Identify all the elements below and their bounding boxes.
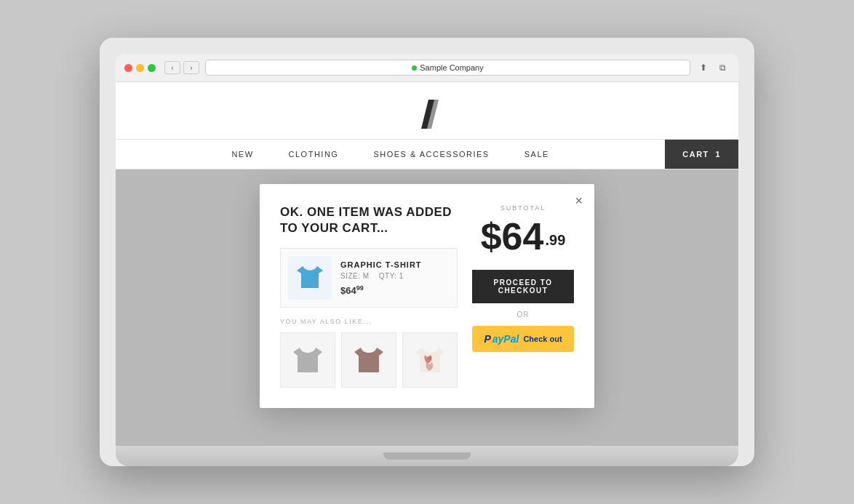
url-text: Sample Company xyxy=(420,63,483,72)
nav-item-new[interactable]: NEW xyxy=(214,140,271,169)
website-content: NEW CLOTHING SHOES & ACCESSORIES SALE CA… xyxy=(116,82,738,446)
also-like-item-2[interactable] xyxy=(341,332,396,388)
paypal-p-icon: P xyxy=(484,333,490,345)
cart-label: CART xyxy=(682,150,709,159)
tabs-button[interactable]: ⧉ xyxy=(715,60,730,75)
cart-item-tshirt-icon xyxy=(292,260,327,295)
cart-item-name: GRAPHIC T-SHIRT xyxy=(340,260,450,269)
ssl-indicator xyxy=(412,65,417,71)
subtotal-cents: .99 xyxy=(545,232,565,248)
browser-chrome: ‹ › Sample Company ⬆ ⧉ xyxy=(116,54,738,82)
also-like-item-3[interactable] xyxy=(402,332,458,388)
cart-item-size: SIZE: M xyxy=(340,272,370,280)
browser-actions: ⬆ ⧉ xyxy=(696,60,730,75)
site-navigation: NEW CLOTHING SHOES & ACCESSORIES SALE CA… xyxy=(116,139,738,169)
checkout-button[interactable]: PROCEED TO CHECKOUT xyxy=(472,270,574,303)
laptop-base xyxy=(116,446,738,466)
paypal-logo: PayPal xyxy=(484,333,519,345)
fullscreen-traffic-light[interactable] xyxy=(148,64,156,72)
paypal-checkout-label: Check out xyxy=(523,335,562,343)
cart-item-meta: SIZE: M QTY: 1 xyxy=(340,272,450,280)
modal-close-button[interactable]: × xyxy=(575,194,583,207)
cart-item-qty: QTY: 1 xyxy=(379,272,404,280)
also-like-tshirt-1-icon xyxy=(288,340,327,380)
nav-item-shoes[interactable]: SHOES & ACCESSORIES xyxy=(356,140,506,169)
nav-item-sale[interactable]: SALE xyxy=(507,140,567,169)
subtotal-dollars: $64 xyxy=(481,215,544,257)
laptop-screen: ‹ › Sample Company ⬆ ⧉ xyxy=(116,54,738,446)
modal-left-section: OK. ONE ITEM WAS ADDED TO YOUR CART... xyxy=(280,204,458,388)
nav-item-clothing[interactable]: CLOTHING xyxy=(271,140,356,169)
cart-item: GRAPHIC T-SHIRT SIZE: M QTY: 1 $6499 xyxy=(280,248,458,308)
page-background: × OK. ONE ITEM WAS ADDED TO YOUR CART... xyxy=(116,169,738,446)
modal-title: OK. ONE ITEM WAS ADDED TO YOUR CART... xyxy=(280,204,458,236)
cart-item-image xyxy=(288,256,332,300)
modal-overlay: × OK. ONE ITEM WAS ADDED TO YOUR CART... xyxy=(116,169,738,446)
cart-modal: × OK. ONE ITEM WAS ADDED TO YOUR CART... xyxy=(260,184,594,408)
share-button[interactable]: ⬆ xyxy=(696,60,711,75)
also-like-item-1[interactable] xyxy=(280,332,335,388)
laptop-notch xyxy=(383,452,471,460)
cart-count: 1 xyxy=(715,150,721,159)
also-like-label: YOU MAY ALSO LIKE... xyxy=(280,318,458,325)
minimize-traffic-light[interactable] xyxy=(136,64,144,72)
modal-body: OK. ONE ITEM WAS ADDED TO YOUR CART... xyxy=(280,204,574,388)
also-like-shirt-3-icon xyxy=(410,340,450,380)
cart-item-details: GRAPHIC T-SHIRT SIZE: M QTY: 1 $6499 xyxy=(340,260,450,296)
address-bar[interactable]: Sample Company xyxy=(205,60,690,76)
paypal-aypal-icon: ayPal xyxy=(492,333,519,345)
logo-icon xyxy=(414,97,440,129)
forward-button[interactable]: › xyxy=(183,61,199,74)
cart-button[interactable]: CART 1 xyxy=(665,140,738,169)
back-button[interactable]: ‹ xyxy=(164,61,180,74)
also-like-tshirt-2-icon xyxy=(349,340,388,380)
or-divider: OR xyxy=(517,311,530,319)
close-traffic-light[interactable] xyxy=(124,64,132,72)
subtotal-price: $64.99 xyxy=(481,217,566,255)
traffic-lights xyxy=(124,64,156,72)
site-logo xyxy=(116,82,738,139)
paypal-button[interactable]: PayPal Check out xyxy=(472,326,574,352)
modal-right-section: SUBTOTAL $64.99 PROCEED TO CHECKOUT OR P… xyxy=(472,204,574,388)
svg-point-0 xyxy=(428,356,432,360)
subtotal-label: SUBTOTAL xyxy=(500,204,546,212)
also-like-items xyxy=(280,332,458,388)
laptop-shell: ‹ › Sample Company ⬆ ⧉ xyxy=(100,38,754,466)
cart-item-price-main: $64 xyxy=(340,285,356,296)
nav-arrows: ‹ › xyxy=(164,61,199,74)
cart-item-price: $6499 xyxy=(340,284,450,296)
cart-item-price-cents: 99 xyxy=(356,284,364,292)
nav-items: NEW CLOTHING SHOES & ACCESSORIES SALE xyxy=(116,140,665,169)
